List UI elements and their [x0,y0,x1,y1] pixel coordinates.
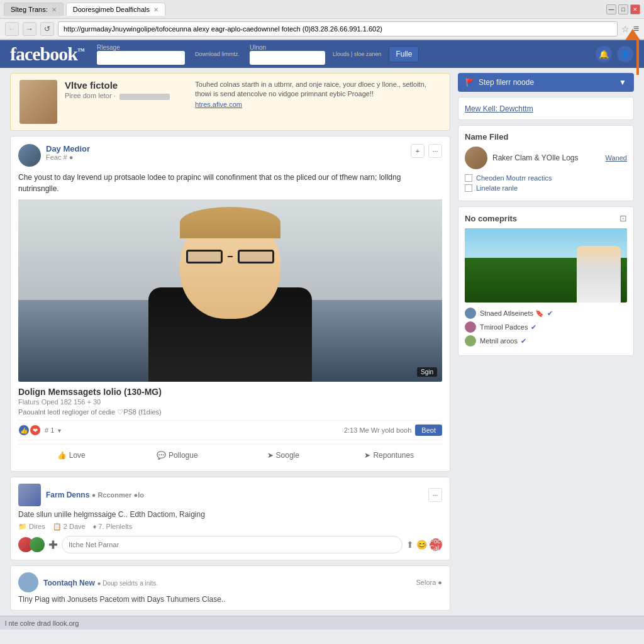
feed-content: Vltve fictole Piree dom letor · Touhed c… [10,73,450,611]
forward-icon: ➤ [267,451,274,460]
suggested-text-2: Tmirool Padces ✔ [480,323,536,331]
arrow-indicator [625,29,640,75]
post-call-btn[interactable]: Poc Cal [430,538,442,551]
checkbox-item-1: Cheoden Moutrr reactics [465,174,627,182]
comment-input-icons: ⬆ 😊 Poc Cal [406,538,442,551]
post-more-btn[interactable]: ··· [428,144,442,158]
checkbox-label-2[interactable]: Linelate ranle [476,184,518,192]
search-input[interactable] [97,51,185,65]
step-filter-icon: 🚩 [465,78,475,87]
emoji-icon[interactable]: 😊 [416,540,427,550]
tab-active-label: Dooresgimeb Dealfichals [73,6,150,13]
nf-link[interactable]: Waned [606,154,627,162]
step-filter-button[interactable]: 🚩 Step filerr noode ▼ [458,73,634,92]
name-filed-card: Name Filed Raker Clam & YOlle Logs Waned… [458,125,634,201]
facebook-logo: facebook™ [10,43,84,65]
suggested-list: Stnaed Atlseinets 🔖 ✔ Tmirool Padces ✔ [465,308,627,347]
add-comment-icon[interactable]: ➕ [48,540,58,549]
soogle-button[interactable]: ➤ Soogle [230,447,336,464]
search-group: Rlesage [97,44,185,65]
forward-button[interactable]: → [23,22,36,36]
nf-name: Raker Clam & YOlle Logs [492,153,601,162]
love-icon: 👍 [57,451,67,460]
suggested-icon-2 [465,321,476,333]
lens-left [186,250,223,264]
second-post-username[interactable]: Farm Denns ● Rcconmer ●lo [46,491,144,499]
comment-input[interactable] [62,536,402,553]
suggested-icon-3 [465,335,476,347]
pollogue-button[interactable]: 💬 Pollogue [125,447,231,464]
mew-kell-link[interactable]: Mew Kell: Dewchttm [465,104,533,113]
reaction-icons: 👍 ❤ [18,425,41,436]
post-username[interactable]: Day Medior [46,144,411,153]
post-user-info: Day Medior Feac # ● [46,144,411,161]
url-bar[interactable] [58,21,618,36]
video-person [577,246,621,303]
tab-active-close[interactable]: ✕ [153,6,158,13]
second-post-user-info: Farm Denns ● Rcconmer ●lo [46,491,144,499]
search-label: Rlesage [97,44,185,51]
post-add-btn[interactable]: + [411,144,425,158]
refresh-button[interactable]: ↺ [40,22,54,36]
sidebar-video[interactable]: ▶ [465,228,627,303]
glasses [186,250,274,267]
notif-link[interactable]: htres.afive.com [195,101,242,108]
back-button[interactable]: ← [5,22,19,36]
arrow-head [625,29,640,40]
post-text: Che youst to day lrevend up protsaole lo… [18,172,442,194]
third-post-header: Toontaqh New ● Doup seidrts a inits. Sel… [18,572,442,592]
notif-content: Vltve fictole Piree dom letor · [65,80,187,106]
tab-inactive-label: Slteg Trans: [11,6,48,13]
comment-icon: 💬 [157,451,166,460]
login-label[interactable]: Llouds | sloe zanen [333,51,381,57]
name-filed-title: Name Filed [465,132,627,142]
notif-blur [119,94,170,100]
notif-title: Vltve fictole [65,80,187,91]
stat-dropdown[interactable]: ▾ [58,427,61,434]
hair [180,207,280,238]
post-video-title: Dolign Memssagets Iolio (130-MG) [18,387,442,397]
person-head [180,212,280,319]
browser-toolbar: ← → ↺ ☆ ≡ [0,19,644,40]
nav-group: Ulnon [250,44,325,65]
second-post-avatar-image [18,484,41,506]
second-post-more-btn[interactable]: ··· [428,488,442,502]
suggested-icon-1 [465,308,476,319]
sign-badge: Sgin [417,367,437,377]
download-label[interactable]: Download limmtz. [195,51,240,57]
checkbox-1[interactable] [465,174,472,182]
window-maximize-btn[interactable]: □ [618,4,628,14]
tab-inactive[interactable]: Slteg Trans: ✕ [4,3,64,16]
stat-count: # 1 [45,426,54,434]
lens-right [238,250,274,264]
video-section-menu-icon[interactable]: ⊡ [619,213,627,223]
post-image: Sgin [18,199,442,382]
suggested-icon-label-1: 🔖 [535,309,544,317]
login-button[interactable]: Fulle [389,46,419,62]
third-post-username[interactable]: Toontaqh New [43,579,95,587]
checkbox-2[interactable] [465,184,472,192]
suggested-check-2: ✔ [531,323,536,331]
post-avatar [18,144,41,167]
tab-active[interactable]: Dooresgimeb Dealfichals ✕ [66,3,165,16]
post-avatar-image [18,144,41,167]
checkbox-label-1[interactable]: Cheoden Moutrr reactics [476,174,552,182]
tab-inactive-close[interactable]: ✕ [52,6,57,13]
status-text: l nte colre drad llook.org [5,619,79,627]
second-post-dires: 📁 Dires [18,523,45,531]
boost-button[interactable]: Beot [415,425,442,436]
window-minimize-btn[interactable]: — [606,4,616,14]
notification-icon-btn[interactable]: 🔔 [595,45,613,63]
notif-sub: Piree dom letor · [65,92,116,99]
repontunes-button[interactable]: ➤ Repontunes [336,447,443,464]
arrow-shaft [636,40,639,75]
love-button[interactable]: 👍 Love [18,447,125,464]
window-close-btn[interactable]: ✕ [630,4,640,14]
second-post-meta: 📁 Dires 📋 2 Dave ♦ 7. Plenlelts [18,523,442,531]
video-section-header: No comeprits ⊡ [465,213,627,223]
suggested-item-3: Metnil aroos ✔ [465,335,627,347]
nav-input[interactable] [250,51,325,65]
nf-avatar [465,147,487,169]
third-post-avatar [18,572,38,592]
attach-icon[interactable]: ⬆ [406,540,414,550]
